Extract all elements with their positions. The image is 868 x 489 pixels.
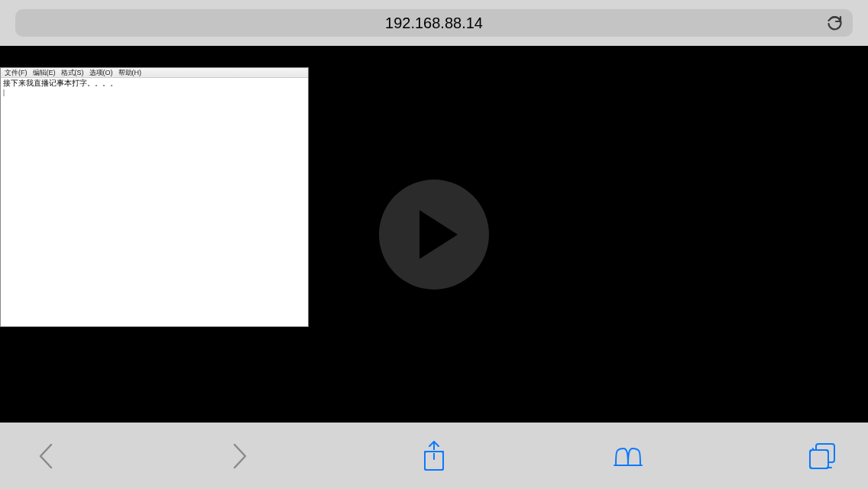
- forward-icon: [232, 443, 248, 469]
- reload-button[interactable]: [824, 12, 845, 34]
- bookmarks-button[interactable]: [613, 441, 643, 471]
- menu-format[interactable]: 格式(S): [60, 68, 86, 78]
- tabs-icon: [808, 442, 836, 470]
- back-button[interactable]: [31, 441, 61, 471]
- tabs-button[interactable]: [807, 441, 837, 471]
- share-button[interactable]: [419, 441, 449, 471]
- address-url: 192.168.88.14: [385, 15, 483, 32]
- reload-icon: [825, 14, 844, 32]
- notepad-menubar: 文件(F) 编辑(E) 格式(S) 选项(O) 帮助(H): [1, 68, 308, 78]
- notepad-content: 接下来我直播记事本打字。。。。 |: [1, 78, 308, 98]
- address-field[interactable]: 192.168.88.14: [15, 9, 853, 37]
- play-button[interactable]: [379, 180, 489, 290]
- address-bar: 192.168.88.14: [0, 0, 868, 46]
- menu-help[interactable]: 帮助(H): [117, 68, 144, 78]
- bottom-toolbar: [0, 423, 868, 489]
- share-icon: [422, 441, 446, 471]
- notepad-window: 文件(F) 编辑(E) 格式(S) 选项(O) 帮助(H) 接下来我直播记事本打…: [0, 67, 309, 327]
- back-icon: [38, 443, 53, 469]
- play-icon: [419, 210, 458, 259]
- svg-rect-8: [810, 450, 828, 468]
- menu-file[interactable]: 文件(F): [3, 68, 29, 78]
- bookmarks-icon: [613, 444, 643, 468]
- menu-edit[interactable]: 编辑(E): [31, 68, 57, 78]
- forward-button[interactable]: [225, 441, 255, 471]
- video-area: 文件(F) 编辑(E) 格式(S) 选项(O) 帮助(H) 接下来我直播记事本打…: [0, 46, 868, 423]
- menu-view[interactable]: 选项(O): [88, 68, 115, 78]
